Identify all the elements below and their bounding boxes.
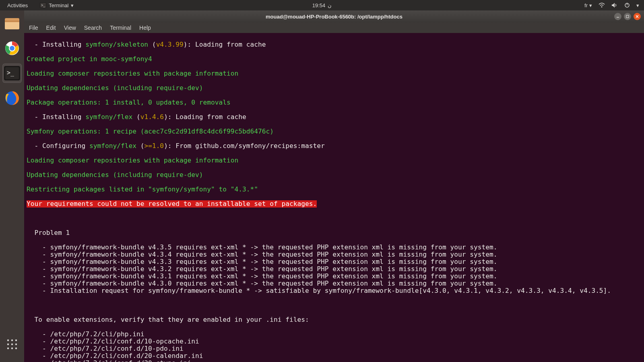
clock-time: 19:54 (312, 2, 326, 8)
term-text: - /etc/php/7.2/cli/conf.d/20-calendar.in… (27, 352, 642, 360)
clock[interactable]: 19:54 ن (312, 2, 332, 8)
term-blank (27, 215, 642, 222)
term-text: Updating dependencies (including require… (27, 84, 642, 92)
term-text: Created project in mooc-symfony4 (27, 56, 642, 63)
terminal-output[interactable]: - Installing symfony/skeleton (v4.3.99):… (24, 33, 644, 362)
term-text: - symfony/framework-bundle v4.3.2 requir… (27, 265, 642, 273)
term-text: - symfony/framework-bundle v4.3.0 requir… (27, 280, 642, 287)
term-text: Package operations: 1 install, 0 updates… (27, 99, 642, 106)
term-text: symfony/flex (89, 142, 136, 150)
window-title: mouad@mouad-HP-ProBook-6560b: /opt/lampp… (266, 14, 402, 20)
term-text: Loading composer repositories with packa… (27, 70, 642, 77)
svg-text:>_: >_ (7, 69, 14, 76)
term-text: ( (132, 113, 140, 121)
term-text: Symfony operations: 1 recipe (acec7c9c2d… (27, 128, 642, 135)
term-text: v1.4.6 (140, 113, 164, 121)
chevron-down-icon: ▾ (71, 2, 74, 8)
dock-firefox[interactable] (2, 88, 22, 108)
menu-edit[interactable]: Edit (46, 25, 56, 31)
system-tray: fr ▾ ▾ (584, 2, 639, 8)
menu-help[interactable]: Help (139, 25, 151, 31)
app-menu-label: Terminal (49, 2, 68, 8)
term-text: - symfony/framework-bundle v4.3.3 requir… (27, 258, 642, 265)
svg-rect-9 (5, 21, 19, 22)
minimize-button[interactable] (614, 13, 621, 20)
svg-point-18 (11, 339, 13, 341)
keyboard-layout-label: fr (584, 2, 588, 8)
chevron-down-icon[interactable]: ▾ (636, 2, 639, 8)
wifi-icon[interactable] (599, 2, 605, 8)
terminal-window: mouad@mouad-HP-ProBook-6560b: /opt/lampp… (24, 10, 644, 362)
term-text: Updating dependencies (including require… (27, 171, 642, 179)
svg-point-23 (7, 348, 9, 349)
maximize-button[interactable] (624, 13, 631, 20)
dock-chrome[interactable] (2, 39, 22, 58)
menu-terminal[interactable]: Terminal (110, 25, 131, 31)
term-text: - symfony/framework-bundle v4.3.1 requir… (27, 273, 642, 280)
term-text: ( (148, 41, 156, 48)
term-text: - Installation request for symfony/frame… (27, 287, 642, 294)
app-menu[interactable]: >_ Terminal ▾ (40, 2, 74, 8)
term-text: - /etc/php/7.2/cli/conf.d/10-opcache.ini (27, 338, 642, 345)
term-text: - symfony/framework-bundle v4.3.4 requir… (27, 251, 642, 258)
svg-text:>_: >_ (41, 3, 45, 7)
dock-files[interactable] (2, 14, 22, 33)
term-text: To enable extensions, verify that they a… (27, 316, 642, 323)
activities-button[interactable]: Activities (7, 2, 28, 8)
window-buttons (614, 13, 641, 20)
svg-point-24 (11, 348, 13, 349)
term-text: - Configuring (27, 142, 89, 150)
term-text: - symfony/framework-bundle v4.3.5 requir… (27, 244, 642, 251)
chevron-down-icon: ▾ (589, 2, 592, 8)
menubar: File Edit View Search Terminal Help (24, 23, 644, 33)
menu-file[interactable]: File (29, 25, 38, 31)
term-blank (27, 302, 642, 309)
term-error: Your requirements could not be resolved … (27, 200, 317, 208)
menu-search[interactable]: Search (84, 25, 102, 31)
term-text: Restricting packages listed in "symfony/… (27, 186, 642, 193)
svg-marker-4 (612, 3, 615, 8)
term-text: ): Loading from cache (184, 41, 266, 48)
term-text: v4.3.99 (156, 41, 184, 48)
term-text: Loading composer repositories with packa… (27, 157, 642, 164)
term-text: symfony/flex (85, 113, 132, 121)
volume-icon[interactable] (611, 2, 618, 8)
dock-terminal[interactable]: >_ (2, 64, 22, 83)
svg-point-17 (7, 339, 9, 341)
clock-glyph: ن (328, 2, 332, 8)
menu-view[interactable]: View (64, 25, 76, 31)
term-text: ): From github.com/symfony/recipes:maste… (164, 142, 325, 150)
svg-point-21 (11, 343, 13, 345)
titlebar[interactable]: mouad@mouad-HP-ProBook-6560b: /opt/lampp… (24, 10, 644, 23)
close-button[interactable] (634, 13, 641, 20)
term-text: - /etc/php/7.2/cli/php.ini (27, 331, 642, 338)
term-text: ( (136, 142, 144, 150)
svg-point-20 (7, 343, 9, 345)
term-text: - /etc/php/7.2/cli/conf.d/20-ctype.ini (27, 360, 642, 362)
show-applications[interactable] (2, 335, 22, 354)
term-text: - Installing (27, 113, 85, 121)
term-text: - Installing (27, 41, 85, 48)
term-text: >=1.0 (144, 142, 164, 150)
svg-point-12 (10, 46, 14, 51)
svg-point-19 (15, 339, 17, 341)
keyboard-layout[interactable]: fr ▾ (584, 2, 592, 8)
term-text: Problem 1 (27, 229, 642, 237)
term-text: symfony/skeleton (85, 41, 148, 48)
terminal-icon: >_ (40, 2, 46, 8)
svg-point-22 (15, 343, 17, 345)
term-text: - /etc/php/7.2/cli/conf.d/10-pdo.ini (27, 345, 642, 352)
svg-point-3 (601, 6, 603, 8)
term-text: ): Loading from cache (164, 113, 246, 121)
top-panel: Activities >_ Terminal ▾ 19:54 ن fr ▾ ▾ (0, 0, 644, 10)
svg-point-25 (15, 348, 17, 349)
power-icon[interactable] (624, 2, 630, 8)
svg-rect-27 (626, 15, 629, 18)
dock: >_ (0, 10, 24, 362)
